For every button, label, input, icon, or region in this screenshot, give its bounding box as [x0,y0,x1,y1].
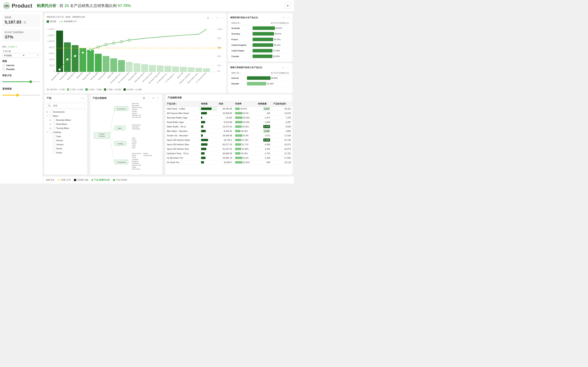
treemap-more-icon[interactable]: ⋯ [156,96,160,100]
col-sales-header[interactable]: 销售额 [199,101,217,107]
tree-checkbox[interactable] [53,123,55,125]
app-container: Product 帕累托分析 : 前 20 名产品销售占总销售额比例 57.79%… [0,0,294,184]
pareto-expand-icon[interactable]: ⤢ [216,16,219,20]
product-table-scroll[interactable]: 产品分类 ↕ 销售额 利润 利润率 销售数量 产品标准成本 Hitch Rack… [165,101,293,174]
tab-internet-breakdown[interactable]: 互联网-分解 [74,178,88,181]
svg-text:Chains: Chains [132,157,136,158]
tree-checkbox[interactable] [50,131,52,133]
tree-checkbox[interactable] [53,135,55,137]
svg-text:Hydration-Pacl: Hydration-Pacl [132,115,141,116]
filter-date-dropdown[interactable]: FY2020 ▾ ✕ [2,53,40,58]
treemap-filter-icon[interactable]: ⊞ [142,96,146,100]
tree-item[interactable]: Socks [44,150,87,155]
product-cost: 10,118 [272,160,293,165]
treemap-expand-icon[interactable]: ⤢ [151,96,155,100]
region-expand-icon[interactable]: ⤢ [282,16,285,19]
tab-sales-calendar[interactable]: 销售-日历 [58,178,71,181]
channel-reseller-option[interactable]: Reseller [2,68,40,71]
col-cost-header[interactable]: 产品标准成本 [272,101,293,107]
tree-item[interactable]: Jerseys [44,142,87,146]
tree-item[interactable]: Shorts [44,146,87,150]
svg-text:0: 0 [53,70,55,72]
baseline-slider[interactable] [2,93,40,97]
channel-internet-option[interactable]: Internet [2,64,40,67]
pareto-chart-svg: 1,400万 1,200万 1,000万 800万 600万 400万 200万… [47,25,224,88]
tab-product-margin[interactable]: 产品-利润率 [113,178,127,181]
treemap-content: Product Products Accessories Bikes [90,102,162,171]
svg-text:Bike Stands: Bike Stands [132,105,139,106]
right-panel: 销售区域中前多少名产品占比 ⤢ ⋯ 销售区域 ↕ 前 N 名产品销售占比 [228,12,294,95]
tree-item[interactable]: Caps [44,134,87,138]
col-qty-header[interactable]: 销售数量 [257,101,272,107]
product-search-input[interactable] [52,104,83,108]
col-product-header[interactable]: 产品分类 ↕ [165,101,199,107]
tree-item[interactable]: ▼ Bikes [44,114,87,118]
channel-internet-radio[interactable] [2,64,5,67]
product-cost: 7,375 [272,116,293,120]
bottom-row: 产品 ⋯ 🔍 ▶ Accessories ▼ Bikes [43,95,294,176]
tree-item[interactable]: ▶ Accessories [44,110,87,114]
subtitle-num: 20 [65,3,69,8]
pareto-more-icon[interactable]: ⋯ [220,16,224,20]
svg-point-46 [82,51,84,54]
tree-item[interactable]: ▶ Touring Bikes [44,126,87,130]
region-more-icon[interactable]: ⋯ [286,16,290,19]
svg-text:Product: Product [99,133,105,135]
product-margin: 62.6% [233,156,257,160]
product-tree-items: ▶ Accessories ▼ Bikes ▶ Mountain Bikes ▶… [44,110,87,155]
pareto-filter-icon[interactable]: ⊞ [206,16,210,20]
product-profit: 29,994.79 [217,156,233,160]
tree-checkbox[interactable] [53,139,55,142]
product-tree-expand-icon[interactable]: ⋯ [81,96,85,100]
product-qty: 245 [257,111,272,116]
region-col1-header: 销售区域 ↕ [230,21,251,25]
svg-text:40%: 40% [217,55,221,58]
svg-rect-23 [56,31,63,72]
col-profit-header[interactable]: 利润 [217,101,233,107]
region-name: Canada [230,54,251,59]
tree-checkbox[interactable] [50,115,52,117]
order-type-expand-icon[interactable]: ⤢ [282,66,285,69]
topn-slider[interactable] [2,80,40,84]
order-type-more-icon[interactable]: ⋯ [286,66,290,69]
tree-search-container: 🔍 [44,102,87,110]
svg-text:0%: 0% [217,70,220,72]
expand-button[interactable]: ▾ [285,3,291,9]
tree-checkbox[interactable] [53,151,55,154]
tree-checkbox[interactable] [53,119,55,121]
tree-expand-icon: ▶ [50,119,52,121]
tab-product-pareto[interactable]: 产品-帕累托分析 [91,178,110,181]
product-sales-bar [199,147,217,151]
tab-sales-overview[interactable]: 销售总览 [46,178,54,181]
tree-checkbox[interactable] [50,110,52,113]
svg-rect-33 [134,63,140,72]
tree-checkbox[interactable] [53,147,55,150]
pareto-chart-title: 销售前多少名产品（制程）的帕累托分析 [47,16,85,18]
svg-point-44 [66,58,69,61]
region-col2-header: 前 N 名产品销售占比 [251,21,290,25]
product-name: All-Purpose Bike Stand [165,111,199,116]
tree-item[interactable]: ▶ Road Bikes [44,122,87,126]
channel-reseller-radio[interactable] [2,68,5,71]
product-name: Road Bottle Cage [165,120,199,125]
svg-text:Bike Racks: Bike Racks [132,103,139,104]
pareto-download-icon[interactable]: ↓ [211,16,215,20]
tree-item[interactable]: ▶ Mountain Bikes [44,118,87,122]
product-cost: 8,559 [272,125,293,129]
tree-item[interactable]: Gloves [44,138,87,142]
col-margin-header[interactable]: 利润率 [233,101,257,107]
svg-rect-38 [172,67,179,72]
order-type-name: Reseller [230,81,246,87]
product-cost: 32,974 [272,147,293,151]
tree-checkbox[interactable] [53,143,55,146]
tree-item[interactable]: ▼ Clothing [44,130,87,134]
treemap-download-icon[interactable]: ↓ [147,96,150,100]
region-bar-cell: 56.56% [251,54,290,59]
svg-text:20%: 20% [217,64,221,67]
svg-rect-24 [64,42,71,72]
tree-checkbox[interactable] [53,127,55,129]
product-cost: 3,882 [272,129,293,133]
svg-text:Road Bikes: Road Bikes [132,126,139,128]
table-row: Water Bottle - 30 oz. 15,573.15 55.42% 6… [165,125,293,129]
baseline-section-title: 基准线值 [2,87,40,91]
